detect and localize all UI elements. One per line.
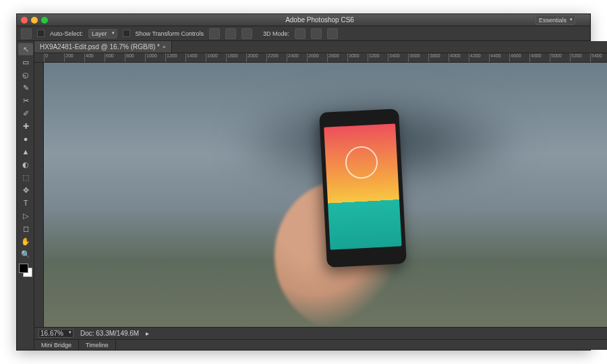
tool-button[interactable]: ✋ [18,235,33,247]
canvas-image [44,63,607,327]
titlebar: Adobe Photoshop CS6 Essentials [17,14,590,26]
move-tool-icon[interactable] [21,28,32,39]
phone-screen [324,123,401,249]
traffic-lights [21,17,48,24]
3d-mode-label: 3D Mode: [263,30,289,37]
bottom-tab[interactable]: Timeline [79,340,116,350]
align-icon[interactable] [241,28,252,39]
tool-button[interactable]: ✎ [18,82,33,94]
tool-button[interactable]: ▭ [18,56,33,68]
show-transform-label: Show Transform Controls [136,30,204,37]
vertical-ruler[interactable] [34,63,44,327]
ruler-tick: 3200 [368,53,388,62]
tool-button[interactable]: ↖ [18,43,33,55]
ruler-tick: 4200 [469,53,489,62]
tool-button[interactable]: ⬚ [18,171,33,183]
tool-button[interactable]: ✚ [18,120,33,132]
ruler-tick: 5200 [570,53,590,62]
ruler-tick: 200 [64,53,84,62]
ruler-tick: 0 [44,53,64,62]
zoom-dropdown[interactable]: 16.67% [38,329,74,338]
ruler-tick: 5000 [550,53,570,62]
3d-icon[interactable] [295,28,306,39]
doc-info: Doc: 63.3M/149.6M [80,330,139,337]
status-bar: 16.67% Doc: 63.3M/149.6M ▸ [34,327,607,339]
ruler-tick: 1600 [206,53,226,62]
align-icon[interactable] [225,28,236,39]
document-tabs: HX9A2481-Edit.psd @ 16.7% (RGB/8) * × [34,41,607,53]
auto-select-checkbox[interactable] [37,30,45,37]
ruler-tick: 800 [125,53,145,62]
document-tab[interactable]: HX9A2481-Edit.psd @ 16.7% (RGB/8) * × [34,41,172,53]
document-tab-label: HX9A2481-Edit.psd @ 16.7% (RGB/8) * [40,43,160,51]
application-window: Adobe Photoshop CS6 Essentials Auto-Sele… [16,13,591,351]
3d-icon[interactable] [311,28,322,39]
color-swatch[interactable] [19,264,32,277]
ruler-tick: 3400 [388,53,408,62]
show-transform-checkbox[interactable] [123,30,130,37]
tool-button[interactable]: ◵ [18,69,33,81]
ruler-tick: 3000 [347,53,368,62]
options-bar: Auto-Select: Layer Show Transform Contro… [17,26,590,41]
ruler-tick: 400 [84,53,105,62]
auto-select-dropdown[interactable]: Layer [88,29,117,38]
ruler-tick: 4800 [529,53,550,62]
tool-button[interactable]: ✂ [18,94,33,107]
tool-button[interactable]: ✥ [18,184,33,196]
tool-button[interactable]: T [18,197,33,209]
ruler-tick: 4000 [449,53,469,62]
ruler-tick: 3800 [428,53,449,62]
auto-select-label: Auto-Select: [50,30,83,37]
bottom-tab[interactable]: Mini Bridge [34,340,79,350]
phone-mockup [319,109,407,268]
close-icon[interactable] [21,17,28,24]
canvas[interactable] [44,63,607,327]
workspace-switcher[interactable]: Essentials [536,16,575,25]
ruler-tick: 1000 [145,53,165,62]
ruler-tick: 1800 [226,53,246,62]
minimize-icon[interactable] [31,17,38,24]
tool-button[interactable]: ▲ [18,146,33,158]
ruler-tick: 2000 [246,53,266,62]
ruler-tick: 5400 [590,53,607,62]
ruler-tick: 2400 [287,53,307,62]
horizontal-ruler[interactable]: 0200400600800100012001400160018002000220… [34,53,607,63]
ruler-tick: 600 [105,53,125,62]
tool-button[interactable]: 🔍 [18,248,33,260]
ruler-tick: 1200 [165,53,185,62]
bottom-panel-tabs: Mini BridgeTimeline [34,339,607,350]
ruler-tick: 4600 [509,53,529,62]
chevron-right-icon[interactable]: ▸ [146,330,149,337]
tool-button[interactable]: ◐ [18,158,33,171]
close-tab-icon[interactable]: × [163,44,166,50]
tool-button[interactable]: ◻ [18,222,33,235]
3d-icon[interactable] [327,28,338,39]
main-body: ↖▭◵✎✂✐✚●▲◐⬚✥T▷◻✋🔍 HX9A2481-Edit.psd @ 16… [17,41,590,350]
ruler-tick: 2800 [327,53,347,62]
align-icon[interactable] [209,28,220,39]
tools-panel: ↖▭◵✎✂✐✚●▲◐⬚✥T▷◻✋🔍 [17,41,34,350]
ruler-tick: 2200 [266,53,287,62]
window-title: Adobe Photoshop CS6 [53,16,586,24]
ruler-tick: 2600 [307,53,327,62]
zoom-icon[interactable] [41,17,48,24]
tool-button[interactable]: ✐ [18,107,33,119]
tool-button[interactable]: ● [18,133,33,145]
canvas-wrap [34,63,607,327]
ruler-tick: 3600 [408,53,428,62]
ruler-tick: 4400 [489,53,509,62]
ruler-tick: 1400 [185,53,206,62]
tool-button[interactable]: ▷ [18,210,33,222]
document-area: HX9A2481-Edit.psd @ 16.7% (RGB/8) * × 02… [34,41,607,350]
